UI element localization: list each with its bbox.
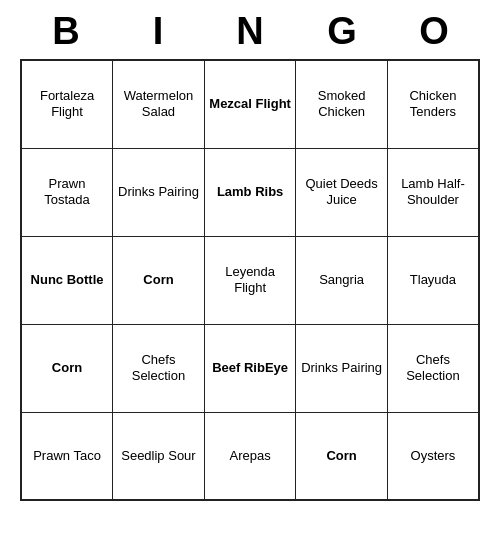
cell-r1-c1: Drinks Pairing bbox=[113, 148, 205, 236]
cell-r0-c4: Chicken Tenders bbox=[387, 60, 479, 148]
cell-r2-c0: Nunc Bottle bbox=[21, 236, 113, 324]
cell-r3-c3: Drinks Pairing bbox=[296, 324, 387, 412]
cell-r3-c2: Beef RibEye bbox=[204, 324, 296, 412]
cell-r4-c2: Arepas bbox=[204, 412, 296, 500]
bingo-title: BINGO bbox=[20, 0, 480, 59]
cell-r4-c4: Oysters bbox=[387, 412, 479, 500]
cell-r0-c0: Fortaleza Flight bbox=[21, 60, 113, 148]
cell-r3-c4: Chefs Selection bbox=[387, 324, 479, 412]
bingo-letter-o: O bbox=[392, 10, 476, 53]
cell-r0-c3: Smoked Chicken bbox=[296, 60, 387, 148]
cell-r4-c1: Seedlip Sour bbox=[113, 412, 205, 500]
bingo-grid: Fortaleza FlightWatermelon SaladMezcal F… bbox=[20, 59, 480, 501]
cell-r1-c3: Quiet Deeds Juice bbox=[296, 148, 387, 236]
cell-r3-c0: Corn bbox=[21, 324, 113, 412]
bingo-letter-i: I bbox=[116, 10, 200, 53]
bingo-letter-g: G bbox=[300, 10, 384, 53]
cell-r4-c3: Corn bbox=[296, 412, 387, 500]
cell-r0-c1: Watermelon Salad bbox=[113, 60, 205, 148]
bingo-letter-b: B bbox=[24, 10, 108, 53]
cell-r2-c2: Leyenda Flight bbox=[204, 236, 296, 324]
bingo-letter-n: N bbox=[208, 10, 292, 53]
cell-r4-c0: Prawn Taco bbox=[21, 412, 113, 500]
cell-r0-c2: Mezcal Flight bbox=[204, 60, 296, 148]
cell-r1-c2: Lamb Ribs bbox=[204, 148, 296, 236]
cell-r1-c4: Lamb Half-Shoulder bbox=[387, 148, 479, 236]
cell-r2-c4: Tlayuda bbox=[387, 236, 479, 324]
cell-r3-c1: Chefs Selection bbox=[113, 324, 205, 412]
cell-r2-c1: Corn bbox=[113, 236, 205, 324]
cell-r2-c3: Sangria bbox=[296, 236, 387, 324]
cell-r1-c0: Prawn Tostada bbox=[21, 148, 113, 236]
